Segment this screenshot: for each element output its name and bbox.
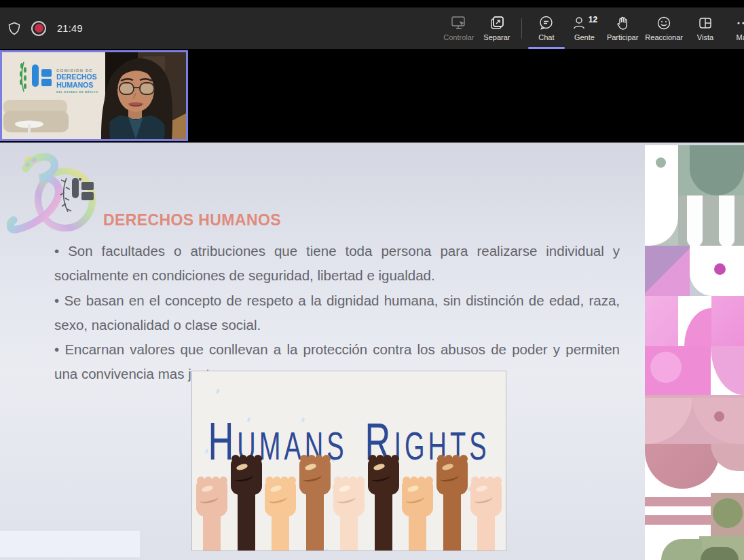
- smiley-icon: [656, 16, 671, 31]
- view-button[interactable]: Vista: [688, 7, 722, 49]
- fist-illustration: [367, 449, 400, 550]
- fist-illustration: [230, 449, 263, 550]
- layout-grid-icon: [698, 16, 713, 31]
- ellipsis-icon: [736, 16, 744, 31]
- chat-bubble-icon: [538, 15, 554, 31]
- svg-text:COMISIÓN DE: COMISIÓN DE: [56, 68, 93, 73]
- anniversary-logo: [7, 151, 103, 236]
- svg-text:DERECHOS: DERECHOS: [56, 73, 97, 81]
- slide-bullet-list: Son facultades o atribuciones que tiene …: [54, 239, 620, 387]
- toolbar-left-group: 21:49: [8, 7, 83, 49]
- teams-meeting-window: 21:49 Controlar Separar Chat: [0, 0, 744, 560]
- fist-illustration: [470, 449, 502, 550]
- svg-text:HUMANOS: HUMANOS: [56, 81, 93, 89]
- popout-icon: [489, 16, 504, 31]
- slide-bullet: Se basan en el concepto de respeto a la …: [54, 288, 620, 338]
- more-button[interactable]: Más: [726, 7, 744, 49]
- toolbar-divider: [521, 18, 522, 39]
- screen-control-icon: [451, 16, 467, 31]
- participant-count-badge: 12: [589, 15, 597, 24]
- confetti-decoration: [216, 389, 220, 394]
- popout-button[interactable]: Separar: [480, 7, 514, 49]
- raise-hand-button[interactable]: Participar: [606, 7, 639, 49]
- fist-illustration: [401, 449, 434, 550]
- fist-illustration: [299, 449, 331, 550]
- slide-side-pattern: [645, 145, 744, 560]
- toolbar-button-group: Controlar Separar Chat: [442, 7, 744, 49]
- chat-button[interactable]: Chat: [529, 7, 563, 49]
- fist-illustration: [196, 449, 228, 550]
- security-shield-icon: [8, 22, 20, 35]
- fist-illustration: [333, 449, 365, 550]
- fists-row: [192, 449, 506, 550]
- control-button[interactable]: Controlar: [442, 7, 476, 49]
- meeting-timer: 21:49: [57, 23, 83, 34]
- raised-hand-icon: [615, 16, 630, 31]
- slide-bullet: Son facultades o atribuciones que tiene …: [54, 239, 620, 288]
- participant-video-tile[interactable]: COMISIÓN DE DERECHOS HUMANOS DEL ESTADO …: [0, 50, 188, 141]
- slide-title: DERECHOS HUMANOS: [103, 211, 281, 229]
- screen-share-slide: DERECHOS HUMANOS Son facultades o atribu…: [0, 143, 744, 560]
- people-icon: [572, 16, 587, 31]
- react-button[interactable]: Reaccionar: [644, 7, 684, 49]
- fist-illustration: [264, 449, 297, 550]
- svg-text:DEL ESTADO DE MÉXICO: DEL ESTADO DE MÉXICO: [56, 90, 98, 94]
- bottom-left-placeholder-box: [0, 531, 140, 557]
- fist-illustration: [436, 449, 468, 550]
- recording-indicator: [31, 21, 46, 36]
- meeting-toolbar: 21:49 Controlar Separar Chat: [0, 7, 744, 49]
- humans-rights-image: HumansRights: [191, 371, 506, 551]
- people-button[interactable]: 12 Gente: [568, 7, 601, 49]
- participant-video-scene: COMISIÓN DE DERECHOS HUMANOS DEL ESTADO …: [2, 52, 186, 139]
